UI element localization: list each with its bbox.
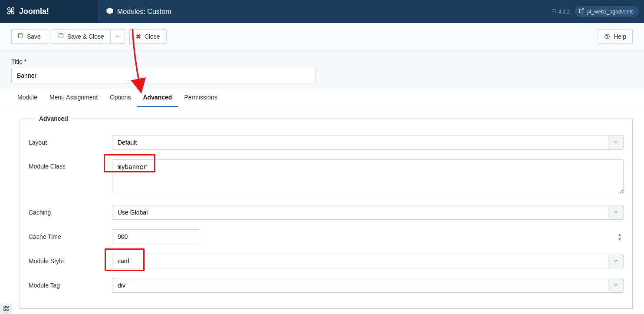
label-caching: Caching [29, 209, 112, 216]
tab-module[interactable]: Module [11, 89, 43, 107]
label-module-class: Module Class [29, 159, 112, 170]
module-class-input[interactable]: mybanner [112, 159, 624, 194]
tabs: Module Menu Assignment Options Advanced … [0, 89, 644, 107]
brand-area: Joomla! [0, 0, 98, 23]
close-label: Close [145, 33, 160, 40]
svg-rect-8 [20, 34, 21, 35]
title-label: Title * [11, 58, 633, 65]
joomla-logo-icon [6, 6, 19, 17]
advanced-content: Advanced Layout Module Class mybanner [0, 107, 644, 309]
version-badge: 4.0.2 [552, 8, 570, 15]
save-close-label: Save & Close [67, 33, 104, 40]
save-close-group: Save & Close [52, 29, 125, 44]
help-button[interactable]: Help [598, 29, 633, 44]
help-icon [604, 33, 610, 40]
tab-advanced[interactable]: Advanced [137, 89, 178, 107]
save-label: Save [27, 33, 41, 40]
layout-select[interactable] [112, 135, 608, 150]
svg-point-5 [555, 10, 555, 10]
svg-point-14 [4, 309, 6, 311]
joomla-mini-icon [3, 305, 10, 313]
label-layout: Layout [29, 139, 112, 146]
page-title: Modules: Custom [117, 8, 171, 16]
chevron-down-icon [613, 209, 618, 216]
row-cache-time: Cache Time ▲▼ [29, 229, 624, 244]
caching-select-toggle[interactable] [608, 205, 624, 220]
title-area: Title * [0, 50, 644, 89]
save-icon [58, 33, 64, 40]
title-input[interactable] [11, 68, 316, 83]
svg-point-13 [7, 306, 8, 307]
help-label: Help [614, 33, 626, 40]
label-module-tag: Module Tag [29, 282, 112, 289]
row-module-tag: Module Tag [29, 278, 624, 293]
cache-time-input[interactable] [112, 229, 199, 244]
version-text: 4.0.2 [559, 9, 570, 15]
label-cache-time: Cache Time [29, 233, 112, 240]
external-link-icon [578, 8, 585, 15]
number-stepper-icon: ▲▼ [618, 232, 622, 241]
action-toolbar: Save Save & Close ✖ Close Help [0, 23, 644, 50]
save-icon [18, 33, 23, 40]
cube-icon [106, 7, 114, 16]
svg-point-11 [607, 38, 608, 38]
chevron-down-icon [613, 139, 618, 146]
module-tag-select-toggle[interactable] [608, 278, 624, 293]
tab-menu-assignment[interactable]: Menu Assignment [43, 89, 104, 107]
module-tag-select[interactable] [112, 278, 608, 293]
save-close-button[interactable]: Save & Close [52, 29, 111, 44]
brand-text: Joomla! [19, 7, 49, 16]
module-style-select-toggle[interactable] [608, 254, 624, 268]
chevron-down-icon [613, 258, 618, 264]
joomla-mini-icon [552, 8, 557, 15]
svg-point-3 [12, 12, 14, 14]
site-name: j4_web1_agadvents [587, 9, 634, 15]
layout-select-toggle[interactable] [608, 135, 624, 150]
svg-point-12 [4, 306, 6, 307]
row-module-style: Module Style [29, 254, 624, 268]
top-header: Joomla! Modules: Custom 4.0.2 j4_web1_ag… [0, 0, 644, 23]
svg-point-1 [12, 8, 14, 10]
tab-permissions[interactable]: Permissions [178, 89, 223, 107]
mini-menu-stub[interactable] [0, 304, 12, 314]
svg-rect-9 [60, 34, 62, 35]
save-close-dropdown[interactable] [111, 29, 125, 44]
module-style-select[interactable] [112, 254, 608, 268]
row-caching: Caching [29, 205, 624, 220]
row-module-class: Module Class mybanner [29, 159, 624, 195]
page-header: Modules: Custom [98, 7, 552, 16]
fieldset-legend: Advanced [36, 115, 71, 122]
chevron-down-icon [613, 282, 618, 289]
chevron-down-icon [115, 34, 120, 39]
tab-options[interactable]: Options [104, 89, 137, 107]
label-module-style: Module Style [29, 258, 112, 264]
save-button[interactable]: Save [11, 29, 47, 44]
svg-point-7 [555, 12, 555, 13]
svg-point-2 [8, 12, 10, 14]
close-icon: ✖ [136, 33, 141, 40]
svg-point-15 [7, 309, 8, 311]
caching-select[interactable] [112, 205, 608, 220]
row-layout: Layout [29, 135, 624, 150]
advanced-fieldset: Advanced Layout Module Class mybanner [20, 115, 633, 309]
close-button[interactable]: ✖ Close [129, 29, 167, 44]
svg-point-4 [552, 10, 553, 10]
svg-point-6 [552, 12, 553, 13]
site-pill[interactable]: j4_web1_agadvents [575, 6, 639, 17]
svg-point-0 [8, 8, 10, 10]
